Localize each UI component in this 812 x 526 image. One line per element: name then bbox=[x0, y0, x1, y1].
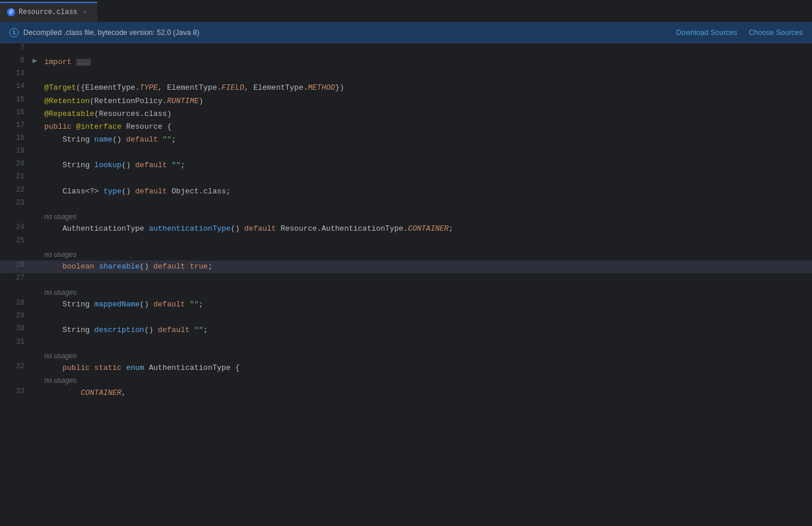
line-content bbox=[40, 198, 812, 211]
hint-number bbox=[0, 249, 30, 261]
line-gutter bbox=[30, 236, 40, 249]
table-row: 24 AuthenticationType authenticationType… bbox=[0, 223, 812, 235]
table-row: 21 bbox=[0, 172, 812, 185]
hint-text: no usages bbox=[40, 211, 812, 223]
line-number: 18 bbox=[0, 133, 30, 146]
hint-number bbox=[0, 211, 30, 223]
line-content bbox=[40, 273, 812, 286]
line-number: 23 bbox=[0, 198, 30, 211]
table-row: 32 public static enum AuthenticationType… bbox=[0, 362, 812, 375]
line-number: 29 bbox=[0, 311, 30, 324]
hint-row: no usages bbox=[0, 350, 812, 362]
line-content: public static enum AuthenticationType { bbox=[40, 362, 812, 375]
line-content: Class<?> type() default Object.class; bbox=[40, 185, 812, 198]
line-gutter bbox=[30, 324, 40, 337]
line-gutter bbox=[30, 43, 40, 56]
banner-actions: Download Sources Choose Sources bbox=[676, 29, 803, 37]
table-row: 17 public @interface Resource { bbox=[0, 121, 812, 133]
table-row: 30 String description() default ""; bbox=[0, 324, 812, 337]
line-content: @Target({ElementType.TYPE, ElementType.F… bbox=[40, 82, 812, 94]
line-gutter-expand[interactable]: ▶ bbox=[30, 56, 40, 69]
table-row: 16 @Repeatable(Resources.class) bbox=[0, 108, 812, 121]
line-gutter bbox=[30, 82, 40, 94]
tab-file-icon: @ bbox=[7, 8, 15, 16]
info-banner: i Decompiled .class file, bytecode versi… bbox=[0, 22, 812, 43]
table-row: 13 bbox=[0, 69, 812, 82]
table-row: 18 String name() default ""; bbox=[0, 133, 812, 146]
line-gutter bbox=[30, 273, 40, 286]
table-row: 33 CONTAINER, bbox=[0, 387, 812, 400]
banner-text: Decompiled .class file, bytecode version… bbox=[23, 29, 672, 37]
line-number: 21 bbox=[0, 172, 30, 185]
line-number: 30 bbox=[0, 324, 30, 337]
line-content: @Repeatable(Resources.class) bbox=[40, 108, 812, 121]
line-gutter bbox=[30, 223, 40, 235]
tab-close-button[interactable]: × bbox=[81, 8, 89, 16]
table-row: 26 boolean shareable() default true; bbox=[0, 260, 812, 273]
table-row: 27 bbox=[0, 273, 812, 286]
hint-number bbox=[0, 375, 30, 387]
app-window: @ Resource.class × i Decompiled .class f… bbox=[0, 0, 812, 526]
table-row: 14 @Target({ElementType.TYPE, ElementTyp… bbox=[0, 82, 812, 94]
line-gutter bbox=[30, 69, 40, 82]
line-content bbox=[40, 337, 812, 350]
line-number: 16 bbox=[0, 108, 30, 121]
line-content bbox=[40, 172, 812, 185]
line-content: String mappedName() default ""; bbox=[40, 298, 812, 311]
line-content bbox=[40, 236, 812, 249]
hint-text: no usages bbox=[40, 350, 812, 362]
tab-resource-class[interactable]: @ Resource.class × bbox=[0, 2, 97, 22]
line-content bbox=[40, 43, 812, 56]
line-number: 25 bbox=[0, 236, 30, 249]
line-number: 15 bbox=[0, 95, 30, 108]
hint-gutter bbox=[30, 211, 40, 223]
line-content: AuthenticationType authenticationType() … bbox=[40, 223, 812, 235]
hint-row: no usages bbox=[0, 249, 812, 261]
line-number: 28 bbox=[0, 298, 30, 311]
choose-sources-button[interactable]: Choose Sources bbox=[749, 29, 803, 37]
code-editor[interactable]: 7 8 ▶ import ... 13 14 @Target({Element bbox=[0, 43, 812, 526]
hint-text: no usages bbox=[40, 375, 812, 387]
line-gutter bbox=[30, 133, 40, 146]
hint-row: no usages bbox=[0, 211, 812, 223]
hint-number bbox=[0, 287, 30, 299]
line-gutter bbox=[30, 362, 40, 375]
line-content: String name() default ""; bbox=[40, 133, 812, 146]
tab-title: Resource.class bbox=[19, 8, 77, 16]
line-gutter bbox=[30, 108, 40, 121]
line-content bbox=[40, 146, 812, 159]
table-row: 29 bbox=[0, 311, 812, 324]
line-gutter bbox=[30, 185, 40, 198]
line-number: 24 bbox=[0, 223, 30, 235]
line-gutter bbox=[30, 121, 40, 133]
line-number: 14 bbox=[0, 82, 30, 94]
line-gutter bbox=[30, 172, 40, 185]
table-row: 20 String lookup() default ""; bbox=[0, 159, 812, 172]
hint-row: no usages bbox=[0, 375, 812, 387]
line-number: 19 bbox=[0, 146, 30, 159]
line-content: String description() default ""; bbox=[40, 324, 812, 337]
hint-gutter bbox=[30, 249, 40, 261]
line-gutter bbox=[30, 298, 40, 311]
code-content: 7 8 ▶ import ... 13 14 @Target({Element bbox=[0, 43, 812, 400]
table-row: 28 String mappedName() default ""; bbox=[0, 298, 812, 311]
line-gutter bbox=[30, 337, 40, 350]
hint-number bbox=[0, 350, 30, 362]
line-number: 22 bbox=[0, 185, 30, 198]
line-number: 32 bbox=[0, 362, 30, 375]
info-icon: i bbox=[9, 28, 19, 37]
line-gutter bbox=[30, 159, 40, 172]
download-sources-button[interactable]: Download Sources bbox=[676, 29, 737, 37]
table-row: 8 ▶ import ... bbox=[0, 56, 812, 69]
table-row: 25 bbox=[0, 236, 812, 249]
line-number: 33 bbox=[0, 387, 30, 400]
line-gutter bbox=[30, 95, 40, 108]
hint-text: no usages bbox=[40, 287, 812, 299]
line-number: 20 bbox=[0, 159, 30, 172]
table-row: 15 @Retention(RetentionPolicy.RUNTIME) bbox=[0, 95, 812, 108]
line-number: 31 bbox=[0, 337, 30, 350]
line-content: String lookup() default ""; bbox=[40, 159, 812, 172]
tab-bar: @ Resource.class × bbox=[0, 0, 812, 22]
line-gutter bbox=[30, 198, 40, 211]
line-content bbox=[40, 69, 812, 82]
